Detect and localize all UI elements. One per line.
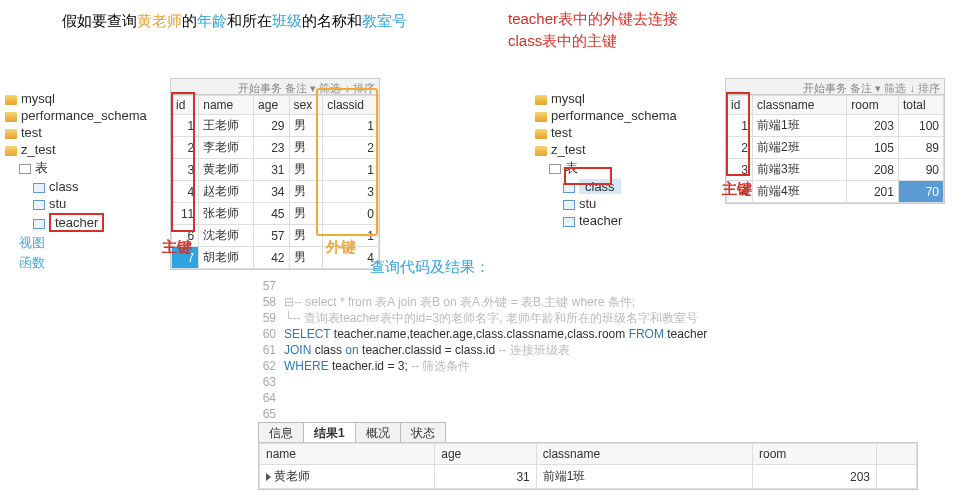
db-icon xyxy=(5,129,17,139)
table-icon xyxy=(33,183,45,193)
tree-item-teacher[interactable]: teacher xyxy=(49,213,104,232)
result-grid[interactable]: nameageclassnameroom 黄老师 31 前端1班 203 xyxy=(258,442,918,490)
db-icon xyxy=(5,95,17,105)
table-icon xyxy=(33,219,45,229)
tab-result1[interactable]: 结果1 xyxy=(303,422,356,444)
grid-toolbar[interactable]: 开始事务 备注 ▾ 筛选 ↓ 排序 xyxy=(726,79,944,95)
sql-editor[interactable]: 57 58⊟-- select * from 表A join 表B on 表A.… xyxy=(248,278,918,438)
db-icon xyxy=(535,95,547,105)
table-header-row: idnameagesexclassid xyxy=(172,96,379,115)
table-row[interactable]: 11张老师45男0 xyxy=(172,203,379,225)
table-row[interactable]: 1王老师29男1 xyxy=(172,115,379,137)
folder-icon xyxy=(549,164,561,174)
table-header-row: idclassnameroomtotal xyxy=(727,96,944,115)
table-row[interactable]: 2李老师23男2 xyxy=(172,137,379,159)
db-icon xyxy=(535,112,547,122)
tree-item-class[interactable]: class xyxy=(579,179,621,194)
table-row[interactable]: 3前端3班20890 xyxy=(727,159,944,181)
class-table[interactable]: 开始事务 备注 ▾ 筛选 ↓ 排序 idclassnameroomtotal 1… xyxy=(725,78,945,204)
table-row[interactable]: 3黄老师31男1 xyxy=(172,159,379,181)
result-header: nameageclassnameroom xyxy=(260,444,917,465)
label-fk: 外键 xyxy=(326,238,356,257)
db-tree-right[interactable]: mysql performance_schema test z_test 表 c… xyxy=(535,90,677,229)
folder-icon xyxy=(19,164,31,174)
table-icon xyxy=(563,200,575,210)
table-icon xyxy=(563,217,575,227)
table-icon xyxy=(563,183,575,193)
label-pk-right: 主键 xyxy=(722,180,752,199)
table-row[interactable]: 2前端2班10589 xyxy=(727,137,944,159)
tab-status[interactable]: 状态 xyxy=(400,422,446,444)
explanation-title: teacher表中的外键去连接class表中的主键 xyxy=(508,8,678,52)
grid-toolbar[interactable]: 开始事务 备注 ▾ 筛选 ↓ 排序 xyxy=(171,79,379,95)
question-title: 假如要查询黄老师的年龄和所在班级的名称和教室号 xyxy=(62,12,407,31)
label-pk-left: 主键 xyxy=(162,238,192,257)
table-row[interactable]: 4赵老师34男3 xyxy=(172,181,379,203)
table-icon xyxy=(33,200,45,210)
db-icon xyxy=(535,146,547,156)
db-icon xyxy=(5,146,17,156)
table-row[interactable]: 1前端1班203100 xyxy=(727,115,944,137)
result-tabs[interactable]: 信息结果1概况状态 xyxy=(258,422,445,444)
tab-info[interactable]: 信息 xyxy=(258,422,304,444)
db-tree-left[interactable]: mysql performance_schema test z_test 表 c… xyxy=(5,90,147,273)
db-icon xyxy=(5,112,17,122)
result-row[interactable]: 黄老师 31 前端1班 203 xyxy=(260,465,917,489)
table-row[interactable]: 4前端4班20170 xyxy=(727,181,944,203)
section-title: 查询代码及结果： xyxy=(370,258,490,277)
db-icon xyxy=(535,129,547,139)
tab-profile[interactable]: 概况 xyxy=(355,422,401,444)
row-marker-icon xyxy=(266,473,271,481)
